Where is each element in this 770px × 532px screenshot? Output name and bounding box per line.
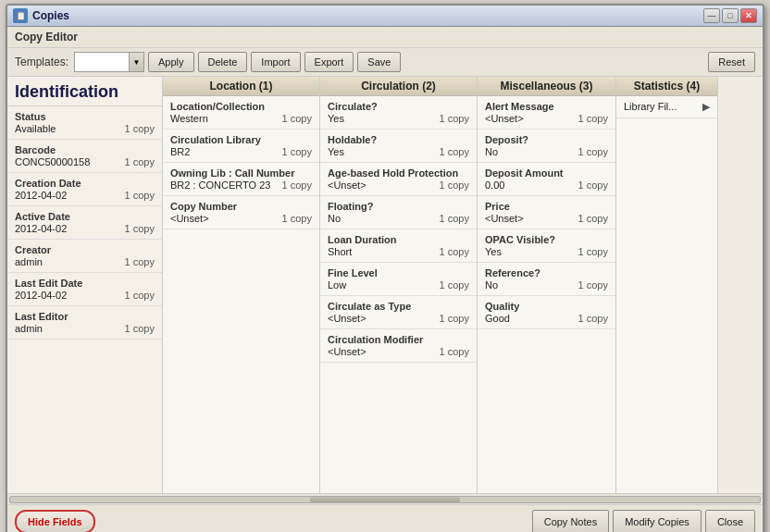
field-owning-lib: Owning Lib : Call Number BR2 : CONCERTO … [163,163,319,196]
statistics-header: Statistics (4) [616,77,717,96]
field-value-barcode: CONC50000158 [15,156,90,167]
field-label-deposit-amount: Deposit Amount [485,167,608,179]
field-holdable: Holdable? Yes 1 copy [320,130,477,163]
field-count-creation-date: 1 copy [125,190,155,201]
field-value-copy-number: <Unset> [170,213,209,224]
field-age-hold: Age-based Hold Protection <Unset> 1 copy [320,163,477,196]
close-button[interactable]: Close [705,510,755,532]
copy-notes-button[interactable]: Copy Notes [532,510,609,532]
field-count-age-hold: 1 copy [440,179,469,191]
field-circulation-library: Circulation Library BR2 1 copy [163,130,319,163]
field-count-alert-message: 1 copy [578,113,608,124]
field-library-fil: Library Fil... ▶ [616,96,717,118]
field-value-last-editor: admin [15,323,43,334]
field-value-circ-type: <Unset> [328,313,366,324]
field-count-owning-lib: 1 copy [282,179,312,191]
window-title: Copies [32,9,69,22]
footer-right-buttons: Copy Notes Modify Copies Close [532,510,755,532]
field-count-loan-duration: 1 copy [440,246,469,257]
field-label-holdable: Holdable? [328,134,469,145]
apply-button[interactable]: Apply [148,52,194,72]
location-header: Location (1) [163,77,319,96]
identification-title: Identification [7,77,162,106]
modify-copies-button[interactable]: Modify Copies [613,510,702,532]
field-count-status: 1 copy [125,123,155,134]
field-deposit-amount: Deposit Amount 0.00 1 copy [478,163,615,196]
templates-label: Templates: [15,56,68,68]
circulation-header: Circulation (2) [320,77,477,96]
scrollbar-thumb[interactable] [310,497,460,502]
field-count-last-editor: 1 copy [125,323,155,334]
field-count-deposit: 1 copy [578,146,608,157]
field-value-status: Available [15,123,56,134]
field-label-creation-date: Creation Date [15,178,155,189]
field-value-creation-date: 2012-04-02 [15,190,67,201]
field-floating: Floating? No 1 copy [320,196,477,229]
circulation-section: Circulation (2) Circulate? Yes 1 copy Ho… [320,77,478,493]
field-value-active-date: 2012-04-02 [15,223,67,234]
field-value-loan-duration: Short [328,246,352,257]
field-value-circ-modifier: <Unset> [328,346,366,357]
field-label-price: Price [485,201,608,212]
templates-input[interactable] [74,52,130,72]
app-icon: 📋 [13,8,28,23]
toolbar: Templates: ▼ Apply Delete Import Export … [7,48,763,77]
misc-section: Miscellaneous (3) Alert Message <Unset> … [478,77,616,493]
import-button[interactable]: Import [251,52,300,72]
field-reference: Reference? No 1 copy [478,263,615,296]
field-label-last-editor: Last Editor [15,311,155,322]
field-loan-duration: Loan Duration Short 1 copy [320,229,477,263]
window-controls: — □ ✕ [703,8,757,23]
field-label-alert-message: Alert Message [485,101,608,112]
footer: Hide Fields Copy Notes Modify Copies Clo… [7,504,763,532]
reset-button[interactable]: Reset [708,52,755,72]
horizontal-scrollbar[interactable] [9,496,761,503]
field-location-collection: Location/Collection Western 1 copy [163,96,319,130]
field-value-quality: Good [485,313,510,324]
field-value-age-hold: <Unset> [328,179,366,191]
field-count-barcode: 1 copy [125,156,155,167]
horizontal-scrollbar-area [7,493,763,504]
field-count-opac-visible: 1 copy [578,246,608,257]
maximize-button[interactable]: □ [722,8,739,23]
field-quality: Quality Good 1 copy [478,296,615,329]
identification-section: Identification Status Available 1 copy B… [7,77,163,493]
minimize-button[interactable]: — [703,8,720,23]
field-circ-modifier: Circulation Modifier <Unset> 1 copy [320,329,477,363]
title-bar: 📋 Copies — □ ✕ [7,6,763,27]
field-count-fine-level: 1 copy [440,279,469,291]
field-value-alert-message: <Unset> [485,113,524,124]
templates-arrow-icon[interactable]: ▼ [130,52,144,72]
field-value-library-fil: Library Fil... [624,101,677,112]
field-circulate: Circulate? Yes 1 copy [320,96,477,130]
field-label-floating: Floating? [328,201,469,212]
field-count-last-edit-date: 1 copy [125,290,155,301]
field-status: Status Available 1 copy [7,106,162,140]
field-label-fine-level: Fine Level [328,267,469,278]
field-label-location-collection: Location/Collection [170,101,312,112]
field-value-deposit-amount: 0.00 [485,179,504,191]
field-count-circulation-library: 1 copy [282,146,312,157]
field-value-price: <Unset> [485,213,524,224]
field-value-deposit: No [485,146,498,157]
field-value-floating: No [328,213,341,224]
field-price: Price <Unset> 1 copy [478,196,615,229]
field-value-creator: admin [15,256,43,267]
field-label-loan-duration: Loan Duration [328,234,469,245]
hide-fields-button[interactable]: Hide Fields [15,510,95,532]
delete-button[interactable]: Delete [198,52,248,72]
chevron-right-icon[interactable]: ▶ [702,101,710,113]
field-opac-visible: OPAC Visible? Yes 1 copy [478,229,615,263]
field-count-circ-modifier: 1 copy [440,346,469,357]
templates-dropdown[interactable]: ▼ [74,52,144,72]
field-label-deposit: Deposit? [485,134,608,145]
field-count-floating: 1 copy [440,213,469,224]
field-active-date: Active Date 2012-04-02 1 copy [7,206,162,240]
field-barcode: Barcode CONC50000158 1 copy [7,140,162,173]
main-wrapper: Identification Status Available 1 copy B… [7,77,763,493]
export-button[interactable]: Export [304,52,354,72]
field-label-circulate: Circulate? [328,101,469,112]
field-count-circulate: 1 copy [440,113,469,124]
save-button[interactable]: Save [357,52,401,72]
close-window-button[interactable]: ✕ [740,8,757,23]
